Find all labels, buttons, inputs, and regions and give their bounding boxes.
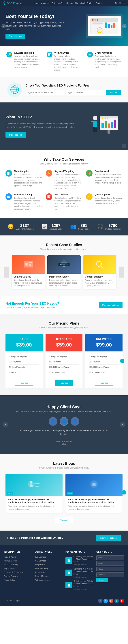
email-marketing-text: E-mail Marketing Email marketing is dire… bbox=[14, 194, 42, 210]
email-input[interactable] bbox=[66, 90, 104, 95]
quote-submit-button[interactable]: Submit bbox=[96, 578, 108, 582]
stat-people-value: 861 bbox=[78, 223, 90, 228]
checkout-button[interactable]: Checkout bbox=[106, 90, 121, 95]
facebook-icon[interactable]: f bbox=[98, 599, 102, 603]
testimonial-prev-arrow[interactable]: ‹ bbox=[3, 422, 8, 427]
case-card-body-2: Content Strategy Donec ipsum dolor sit a… bbox=[83, 274, 116, 289]
popular-post-date-0: 7th September us. bbox=[74, 564, 87, 566]
svg-point-51 bbox=[30, 481, 32, 483]
nav-contact[interactable]: Contact bbox=[96, 2, 102, 4]
nav-category-list[interactable]: Category List bbox=[66, 2, 78, 4]
stat-support-value: 3780 bbox=[105, 223, 120, 228]
footer-services-link-2[interactable]: Pay per click bbox=[34, 564, 45, 566]
footer-services-link-0[interactable]: SEO Services bbox=[34, 556, 46, 558]
popular-post-link-1[interactable]: Optimizing your Website for Moblie Smart… bbox=[74, 568, 94, 576]
footer-info-link-1[interactable]: View SEO Tools bbox=[4, 560, 17, 562]
pricing-basic-price: $39.00 bbox=[7, 342, 41, 348]
case-card-title-0: Content Strategy bbox=[14, 276, 43, 278]
hero-cta-button[interactable]: Purchase Now bbox=[6, 34, 25, 39]
pricing-standard-feature-2: 250,000 Crawled Pages bbox=[49, 365, 79, 370]
svg-rect-32 bbox=[108, 124, 110, 128]
service-keyword: 🔑 Keyword Targeting Keywords are the sea… bbox=[46, 170, 82, 190]
popular-post-link-0[interactable]: Optimizing your Website for Moblie Smart… bbox=[74, 556, 94, 563]
footer-services-col: Our Services SEO Services PPC Services P… bbox=[34, 551, 62, 592]
popular-post-thumb-0: 📄 bbox=[66, 557, 72, 564]
quote-website-input[interactable] bbox=[96, 572, 124, 577]
testimonial-section: ‹ Happy Client Says Donorem ipsum dolor … bbox=[0, 395, 128, 454]
cart-icon[interactable]: 🛒 bbox=[119, 2, 122, 4]
service-creative: 🎨 Creative Work As a creative profession… bbox=[86, 170, 122, 190]
svg-rect-6 bbox=[92, 22, 103, 24]
google-plus-icon[interactable]: g+ bbox=[109, 599, 113, 603]
footer-info-link-5[interactable]: Table of Features bbox=[4, 575, 18, 577]
footer-services-link-4[interactable]: Social Media bbox=[34, 571, 45, 574]
support-icon: ⚡ bbox=[86, 194, 92, 200]
pricing-basic-buy-button[interactable]: Purchase bbox=[15, 380, 33, 386]
support-title: Quick Support bbox=[95, 194, 122, 196]
svg-point-5 bbox=[96, 19, 98, 21]
keyword-desc: Keywords are the search terms that peopl… bbox=[54, 173, 82, 190]
footer-info-link-2[interactable]: Support and FAQ bbox=[4, 564, 18, 566]
popular-post-link-2[interactable]: Optimizing your Website for Moblie Smart… bbox=[74, 580, 94, 588]
quote-email-input[interactable] bbox=[96, 561, 124, 566]
footer-info-link-3[interactable]: Blog & Articles bbox=[4, 568, 15, 570]
svg-point-3 bbox=[92, 19, 94, 21]
nav-about[interactable]: About Us bbox=[41, 2, 49, 4]
case-card-2: Content Strategy Donec ipsum dolor sit a… bbox=[83, 256, 116, 289]
url-input[interactable] bbox=[26, 90, 64, 95]
view-all-button[interactable]: View All bbox=[55, 517, 73, 523]
cta-section: Ready To Promote Your website Online? Pr… bbox=[0, 530, 128, 545]
footer-services-link-3[interactable]: Email Marketing bbox=[34, 568, 48, 570]
pricing-standard-price: $59.00 bbox=[47, 342, 81, 348]
site-logo[interactable]: SEO Engine bbox=[3, 2, 22, 5]
footer-info-link-0[interactable]: Plans & Pricing bbox=[4, 556, 16, 558]
footer-services-link-5[interactable]: Keyword Research bbox=[34, 575, 50, 577]
free-trial-button[interactable]: Start Free Trial bbox=[6, 132, 26, 138]
goals-icon: 📈 bbox=[41, 224, 48, 230]
nav-home[interactable]: Home bbox=[34, 2, 39, 4]
not-enough-description: Want to add more gorgeous keywords pages… bbox=[6, 306, 59, 308]
what-seo-scroll-btn[interactable]: + bbox=[122, 144, 126, 148]
feature-email-title: E-mail Marketing bbox=[95, 52, 122, 54]
nav-single-product[interactable]: Single Product bbox=[80, 2, 94, 4]
quote-name-input[interactable] bbox=[96, 556, 124, 560]
linkedin-icon[interactable]: in bbox=[114, 599, 119, 603]
hero-prev-arrow[interactable]: ‹ bbox=[2, 24, 6, 28]
footer-services-link-6[interactable]: Web Development bbox=[34, 579, 50, 581]
nav-category-grid[interactable]: Category Grid bbox=[52, 2, 64, 4]
case-card-desc-2: Donec ipsum dolor sit amet, duis magna l… bbox=[85, 279, 114, 287]
hero-next-arrow[interactable]: › bbox=[122, 24, 126, 28]
service-content: 📝 Real Content Content is king. Fact! Ov… bbox=[46, 194, 82, 210]
svg-rect-52 bbox=[35, 483, 40, 484]
pricing-standard-buy-button[interactable]: Purchase bbox=[55, 380, 73, 386]
support-text: Quick Support Simply dummy text of the p… bbox=[95, 194, 122, 205]
svg-text:★★★★★: ★★★★★ bbox=[102, 117, 110, 119]
customer-icon: 😊 bbox=[8, 224, 14, 230]
footer-services-link-1[interactable]: PPC Services bbox=[34, 560, 46, 562]
testimonial-next-arrow[interactable]: › bbox=[120, 422, 125, 427]
search-icon[interactable]: 🔍 bbox=[115, 2, 118, 4]
pricing-standard-header: STANDARD $59.00 bbox=[46, 334, 83, 352]
svg-rect-53 bbox=[35, 485, 38, 486]
case-next-arrow[interactable]: › bbox=[119, 266, 124, 278]
footer-info-link-4[interactable]: Company & Community bbox=[4, 571, 23, 574]
testimonial-avatar-1: 👤 bbox=[60, 417, 68, 426]
case-studies-subtitle: Simply dummy text of the printing typese… bbox=[4, 248, 124, 250]
footer-info-link-6[interactable]: Privacy Policy bbox=[4, 579, 15, 581]
case-prev-arrow[interactable]: ‹ bbox=[4, 266, 9, 278]
twitter-icon[interactable]: t bbox=[104, 599, 108, 603]
quote-phone-input[interactable] bbox=[96, 567, 124, 571]
cta-premium-button[interactable]: Premium Features bbox=[96, 535, 121, 541]
pricing-unlimited-footer: Purchase bbox=[86, 378, 122, 388]
blogs-scroll-btn[interactable]: ↑ bbox=[122, 490, 126, 494]
case-card-0: Content Strategy Donec ipsum dolor sit a… bbox=[12, 256, 45, 289]
youtube-icon[interactable]: ▶ bbox=[120, 599, 124, 603]
svg-rect-29 bbox=[108, 130, 110, 134]
creative-desc: As a creative professional, you'll know … bbox=[95, 173, 122, 184]
pricing-scroll-btn[interactable]: ↑ bbox=[120, 359, 124, 363]
pricing-unlimited-buy-button[interactable]: Purchase bbox=[95, 380, 113, 386]
menu-icon[interactable]: ☰ bbox=[123, 2, 125, 4]
not-enough-premium-button[interactable]: Premium Features bbox=[99, 302, 122, 308]
blog-card-desc-1: World market statsimply dummy test of th… bbox=[68, 505, 120, 510]
blog-card-1: SEO World market statsimply dummy test o… bbox=[66, 474, 122, 513]
